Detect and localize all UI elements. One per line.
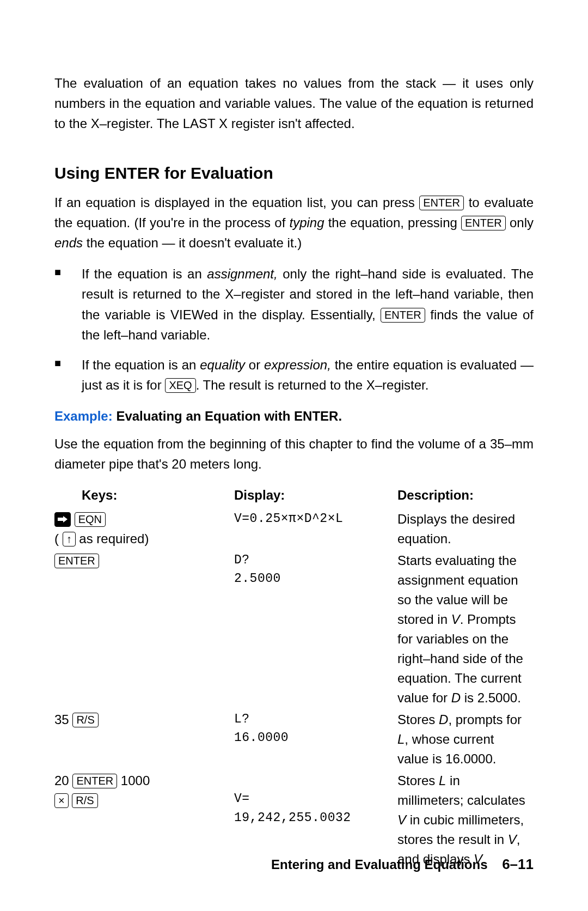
text: Stores [397, 712, 439, 727]
table-row: EQN ( ↑ as required) V=0.25×π×D^2×L Disp… [54, 508, 534, 550]
example-title: Evaluating an Equation with ENTER. [113, 409, 342, 423]
text: . The result is returned to the X–regist… [196, 378, 429, 392]
display-line: D? [234, 553, 250, 567]
text-italic: L [397, 732, 405, 746]
text: If the equation is an [82, 266, 207, 281]
rs-key: R/S [72, 793, 97, 808]
table-row: 35 R/S L? 16.0000 Stores D, prompts for … [54, 709, 534, 770]
enter-key: ENTER [72, 774, 117, 788]
text: as required) [76, 531, 149, 546]
up-key: ↑ [63, 532, 76, 546]
text: If an equation is displayed in the equat… [54, 195, 419, 210]
enter-key: ENTER [54, 554, 99, 568]
text: 20 [54, 773, 72, 788]
text: Stores [397, 773, 439, 788]
text-italic: equality [200, 357, 245, 372]
text-italic: ends [54, 235, 83, 250]
text: If the equation is an [82, 357, 200, 372]
page-number: 6–11 [502, 856, 534, 872]
table-row: ENTER D? 2.5000 Starts evaluating the as… [54, 550, 534, 709]
section-heading: Using ENTER for Evaluation [54, 164, 534, 183]
display-line: L? [234, 712, 250, 726]
text: 35 [54, 712, 72, 727]
xeq-key: XEQ [165, 378, 195, 393]
footer-title: Entering and Evaluating Equations [271, 857, 487, 872]
example-label: Example: [54, 409, 113, 423]
description-text: Starts evaluating the assignment equatio… [397, 550, 534, 709]
text-italic: V [508, 832, 517, 847]
shift-right-key [54, 512, 71, 527]
enter-key: ENTER [419, 196, 464, 210]
table-header-row: Keys: Display: Description: [54, 485, 534, 508]
text-italic: D [439, 712, 448, 727]
description-text: Stores D, prompts for L, whose current v… [397, 709, 534, 770]
display-line: 2.5000 [234, 572, 281, 586]
display-text: V= 19,242,255.0032 [234, 770, 397, 870]
display-text: D? 2.5000 [234, 550, 397, 709]
text: only [506, 215, 534, 230]
text-italic: assignment, [207, 266, 277, 281]
example-heading: Example: Evaluating an Equation with ENT… [54, 409, 534, 424]
display-line: 19,242,255.0032 [234, 811, 351, 825]
page-footer: Entering and Evaluating Equations 6–11 [271, 856, 534, 873]
example-paragraph: Use the equation from the beginning of t… [54, 434, 534, 474]
enter-key: ENTER [381, 308, 425, 323]
text-italic: expression, [264, 357, 331, 372]
text: 1000 [117, 773, 150, 788]
text-italic: L [439, 773, 446, 788]
list-item: If the equation is an assignment, only t… [54, 264, 534, 345]
display-line: V= [234, 792, 250, 806]
list-item: If the equation is an equality or expres… [54, 355, 534, 395]
text: the equation, pressing [324, 215, 462, 230]
text-italic: V [397, 812, 406, 827]
intro-paragraph: The evaluation of an equation takes no v… [54, 73, 534, 134]
col-desc-header: Description: [397, 485, 534, 508]
multiply-key: × [54, 793, 69, 808]
text: , whose current value is 16.0000. [397, 732, 496, 766]
text: or [245, 357, 264, 372]
steps-table: Keys: Display: Description: EQN ( ↑ as r… [54, 485, 534, 870]
text-italic: D [451, 690, 461, 705]
bullet-list: If the equation is an assignment, only t… [54, 264, 534, 395]
description-text: Stores L in millimeters; calculates V in… [397, 770, 534, 870]
table-row: 20 ENTER 1000 × R/S V= 19,242,255.0032 S… [54, 770, 534, 870]
text-italic: V [451, 612, 460, 627]
text: the equation — it doesn't evaluate it.) [83, 235, 302, 250]
rs-key: R/S [72, 713, 98, 727]
text-italic: typing [289, 215, 324, 230]
display-text: V=0.25×π×D^2×L [234, 508, 397, 550]
display-line: 16.0000 [234, 731, 289, 745]
section-intro: If an equation is displayed in the equat… [54, 192, 534, 253]
display-text: L? 16.0000 [234, 709, 397, 770]
eqn-key: EQN [75, 512, 106, 527]
text: is 2.5000. [461, 690, 521, 705]
enter-key: ENTER [461, 216, 506, 230]
description-text: Displays the desired equation. [397, 508, 534, 550]
col-display-header: Display: [234, 485, 397, 508]
text: , prompts for [448, 712, 522, 727]
text: in cubic millimeters, stores the result … [397, 812, 524, 847]
col-keys-header: Keys: [54, 485, 234, 508]
